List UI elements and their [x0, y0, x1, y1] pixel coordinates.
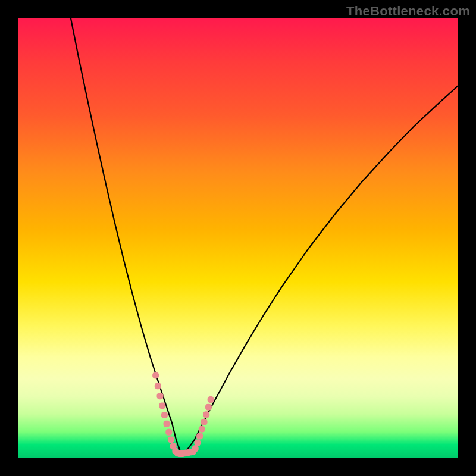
curve-marker	[196, 433, 203, 440]
plot-area	[18, 18, 458, 458]
bottleneck-curve	[71, 18, 458, 452]
curve-marker	[203, 411, 209, 418]
curve-marker	[201, 419, 208, 425]
curve-marker	[155, 383, 161, 389]
curve-marker	[168, 436, 174, 443]
curve-marker	[192, 445, 199, 452]
marker-group	[152, 372, 214, 457]
curve-marker	[152, 372, 159, 378]
curve-marker	[159, 402, 165, 409]
curve-marker	[194, 440, 201, 446]
curve-marker	[165, 429, 172, 436]
curve-marker	[199, 426, 205, 433]
curve-marker	[164, 421, 170, 427]
chart-frame: TheBottleneck.com	[0, 0, 476, 476]
watermark-text: TheBottleneck.com	[346, 4, 470, 19]
curve-marker	[208, 396, 214, 403]
curve-marker	[157, 393, 164, 399]
curve-marker	[161, 412, 168, 418]
curve-marker	[205, 404, 212, 411]
chart-svg	[18, 18, 458, 458]
